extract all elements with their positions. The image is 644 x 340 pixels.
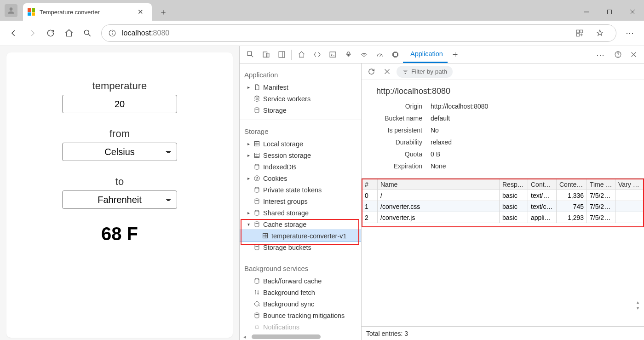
cache-table[interactable]: # Name Resp… Cont… Conte… Time … Vary … … bbox=[362, 179, 644, 223]
sidebar-item-bfcache[interactable]: Back/forward cache bbox=[240, 275, 361, 287]
col-resp[interactable]: Resp… bbox=[500, 179, 528, 190]
sidebar-item-session-storage[interactable]: ▸Session storage bbox=[240, 150, 361, 161]
svg-rect-11 bbox=[576, 34, 579, 36]
svg-point-53 bbox=[255, 278, 259, 280]
section-application: Application bbox=[240, 67, 361, 81]
tab-title: Temperature converter bbox=[40, 9, 136, 16]
extensions-icon[interactable] bbox=[575, 29, 584, 37]
close-devtools-button[interactable] bbox=[626, 48, 641, 62]
table-row[interactable]: 0/basictext/…1,3367/5/2… bbox=[362, 190, 644, 201]
col-vary[interactable]: Vary … bbox=[615, 179, 644, 190]
svg-point-18 bbox=[347, 52, 350, 55]
svg-point-43 bbox=[258, 179, 258, 179]
favorite-icon[interactable] bbox=[596, 29, 604, 37]
sidebar-item-manifest[interactable]: ▸Manifest bbox=[240, 81, 361, 93]
cache-toolbar: Filter by path bbox=[362, 63, 644, 80]
tab-performance[interactable] bbox=[372, 48, 387, 62]
sidebar-item-cache-entry[interactable]: temperature-converter-v1 bbox=[240, 230, 361, 242]
svg-point-29 bbox=[255, 108, 259, 109]
close-window-button[interactable] bbox=[621, 3, 644, 21]
table-row[interactable]: 2/converter.jsbasicappli…1,2937/5/2… bbox=[362, 212, 644, 223]
browser-tab[interactable]: Temperature converter ✕ bbox=[23, 3, 152, 21]
back-button[interactable] bbox=[5, 24, 23, 42]
filter-icon bbox=[402, 69, 408, 75]
info-icon bbox=[108, 29, 116, 37]
reload-button[interactable] bbox=[41, 24, 60, 42]
svg-rect-10 bbox=[580, 30, 583, 33]
svg-rect-15 bbox=[279, 52, 285, 58]
sidebar-item-cookies[interactable]: ▸Cookies bbox=[240, 173, 361, 184]
omnibox[interactable]: localhost:8080 bbox=[101, 24, 616, 42]
result-text: 68 F bbox=[25, 224, 214, 244]
refresh-cache-button[interactable] bbox=[365, 65, 377, 79]
section-background: Background services bbox=[240, 261, 361, 275]
sidebar-item-storage-buckets[interactable]: Storage buckets bbox=[240, 242, 361, 253]
svg-point-41 bbox=[257, 177, 258, 178]
more-tabs-button[interactable] bbox=[448, 48, 463, 62]
col-time[interactable]: Time … bbox=[587, 179, 615, 190]
search-button[interactable] bbox=[78, 24, 97, 42]
sidebar-item-notifications[interactable]: Notifications bbox=[240, 321, 361, 333]
page-viewport: temperature from Celsius to Fahrenheit 6… bbox=[0, 46, 239, 340]
devtools-menu-button[interactable]: ⋯ bbox=[592, 50, 610, 60]
new-tab-button[interactable]: ＋ bbox=[155, 4, 171, 20]
tab-console[interactable] bbox=[325, 48, 340, 62]
maximize-button[interactable] bbox=[598, 3, 621, 21]
cache-meta: Originhttp://localhost:8080 Bucket named… bbox=[362, 103, 644, 178]
help-button[interactable] bbox=[610, 48, 626, 62]
sidebar-item-shared-storage[interactable]: ▸Shared storage bbox=[240, 207, 361, 219]
tab-application[interactable]: Application bbox=[403, 46, 448, 63]
svg-point-47 bbox=[255, 222, 259, 224]
sidebar-item-local-storage[interactable]: ▸Local storage bbox=[240, 138, 361, 150]
col-name[interactable]: Name bbox=[378, 179, 500, 190]
browser-menu-button[interactable]: ⋯ bbox=[621, 28, 639, 38]
filter-input[interactable]: Filter by path bbox=[397, 66, 453, 78]
from-select[interactable]: Celsius bbox=[62, 143, 177, 161]
inspect-element-button[interactable] bbox=[242, 48, 258, 62]
converter-card: temperature from Celsius to Fahrenheit 6… bbox=[6, 52, 233, 338]
edge-favicon-icon bbox=[28, 8, 35, 16]
sidebar-item-service-workers[interactable]: Service workers bbox=[240, 93, 361, 104]
svg-point-54 bbox=[255, 313, 259, 315]
table-row[interactable]: 1/converter.cssbasictext/c…7457/5/2… bbox=[362, 201, 644, 212]
sidebar-item-bg-sync[interactable]: Background sync bbox=[240, 298, 361, 310]
svg-point-42 bbox=[256, 179, 257, 179]
col-clen[interactable]: Conte… bbox=[557, 179, 587, 190]
person-icon bbox=[6, 6, 16, 15]
sidebar-item-indexeddb[interactable]: IndexedDB bbox=[240, 161, 361, 173]
col-ctype[interactable]: Cont… bbox=[528, 179, 557, 190]
window-controls bbox=[575, 3, 644, 21]
sidebar-item-bounce[interactable]: Bounce tracking mitigations bbox=[240, 310, 361, 321]
application-sidebar[interactable]: Application ▸Manifest Service workers St… bbox=[240, 63, 362, 340]
sidebar-scrollbar[interactable] bbox=[252, 334, 321, 339]
home-button[interactable] bbox=[60, 24, 78, 42]
tab-memory[interactable] bbox=[387, 48, 403, 62]
tab-elements[interactable] bbox=[309, 48, 325, 62]
minimize-button[interactable] bbox=[575, 3, 598, 21]
col-idx[interactable]: # bbox=[362, 179, 378, 190]
devtools: Application ⋯ Application ▸Manifest Serv… bbox=[239, 46, 644, 340]
sidebar-item-storage[interactable]: Storage bbox=[240, 104, 361, 116]
tab-sources[interactable] bbox=[340, 48, 356, 62]
sidebar-item-bg-fetch[interactable]: Background fetch bbox=[240, 287, 361, 298]
sidebar-item-private-state-tokens[interactable]: Private state tokens bbox=[240, 184, 361, 196]
svg-point-52 bbox=[255, 245, 259, 247]
device-toolbar-button[interactable] bbox=[258, 48, 274, 62]
profile-avatar[interactable] bbox=[5, 4, 17, 17]
delete-cache-button[interactable] bbox=[381, 65, 393, 79]
tab-welcome[interactable] bbox=[293, 48, 309, 62]
titlebar: Temperature converter ✕ ＋ bbox=[0, 0, 644, 21]
forward-button bbox=[23, 24, 41, 42]
svg-point-5 bbox=[84, 30, 89, 35]
sidebar-item-interest-groups[interactable]: Interest groups bbox=[240, 196, 361, 207]
vertical-scrollbar[interactable]: ▴▾ bbox=[637, 300, 643, 311]
temperature-input[interactable] bbox=[62, 95, 177, 113]
svg-point-28 bbox=[256, 98, 258, 100]
dock-side-button[interactable] bbox=[274, 48, 289, 62]
cache-table-wrap: # Name Resp… Cont… Conte… Time … Vary … … bbox=[362, 178, 644, 326]
close-tab-button[interactable]: ✕ bbox=[136, 7, 145, 17]
tab-network[interactable] bbox=[356, 48, 372, 62]
to-select[interactable]: Fahrenheit bbox=[62, 190, 177, 209]
sidebar-item-cache-storage[interactable]: ▾Cache storage bbox=[240, 219, 361, 230]
svg-rect-9 bbox=[576, 30, 579, 33]
